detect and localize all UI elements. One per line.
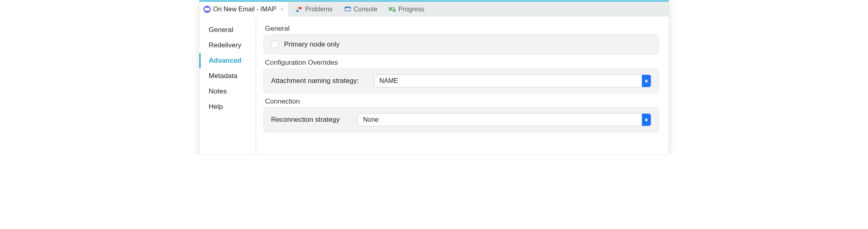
close-icon[interactable]: × (279, 6, 284, 13)
tab-console[interactable]: Console (340, 2, 382, 17)
tab-label: Console (354, 6, 378, 13)
svg-point-1 (299, 6, 301, 9)
main-content: General Primary node only Configuration … (256, 17, 669, 154)
sidebar-item-advanced[interactable]: Advanced (199, 53, 256, 68)
svg-point-2 (297, 6, 299, 8)
svg-rect-0 (296, 10, 299, 12)
chevron-updown-icon (642, 114, 651, 126)
tab-label: Progress (398, 6, 424, 13)
svg-rect-6 (389, 8, 392, 9)
section-connection: Reconnection strategy None (263, 107, 659, 132)
section-general: Primary node only (263, 34, 659, 55)
tab-problems[interactable]: Problems (291, 2, 337, 17)
attachment-naming-select[interactable]: NAME (374, 74, 651, 87)
email-icon (203, 6, 211, 13)
field-primary-node-only: Primary node only (271, 40, 651, 49)
tab-label: Problems (305, 6, 333, 13)
tab-bar: On New Email - IMAP × Problems Console P… (199, 0, 669, 17)
panel-body: General Redelivery Advanced Metadata Not… (199, 17, 669, 154)
attachment-naming-label: Attachment naming strategy: (271, 77, 368, 85)
reconnection-value: None (358, 116, 642, 123)
sidebar-item-help[interactable]: Help (199, 99, 256, 114)
tab-progress[interactable]: Progress (385, 2, 428, 17)
sidebar-item-metadata[interactable]: Metadata (199, 68, 256, 84)
section-title-general: General (265, 25, 659, 33)
tab-label: On New Email - IMAP (213, 6, 276, 13)
sidebar-item-general[interactable]: General (199, 22, 256, 38)
svg-rect-4 (345, 7, 351, 8)
reconnection-label: Reconnection strategy (271, 116, 352, 124)
primary-node-only-label: Primary node only (284, 40, 340, 49)
attachment-naming-value: NAME (374, 77, 642, 85)
chevron-updown-icon (642, 75, 651, 87)
reconnection-select[interactable]: None (358, 113, 651, 126)
sidebar: General Redelivery Advanced Metadata Not… (199, 17, 256, 154)
tab-on-new-email-imap[interactable]: On New Email - IMAP × (199, 2, 288, 17)
sidebar-item-redelivery[interactable]: Redelivery (199, 38, 256, 53)
section-config-overrides: Attachment naming strategy: NAME (263, 68, 659, 93)
problems-icon (295, 6, 303, 13)
field-attachment-naming: Attachment naming strategy: NAME (271, 74, 651, 87)
progress-icon (389, 6, 396, 13)
sidebar-item-notes[interactable]: Notes (199, 84, 256, 99)
config-panel-window: On New Email - IMAP × Problems Console P… (199, 0, 669, 155)
console-icon (344, 6, 351, 13)
section-title-config-overrides: Configuration Overrides (265, 59, 659, 67)
field-reconnection: Reconnection strategy None (271, 113, 651, 126)
primary-node-only-checkbox[interactable] (271, 41, 278, 48)
section-title-connection: Connection (265, 98, 659, 106)
